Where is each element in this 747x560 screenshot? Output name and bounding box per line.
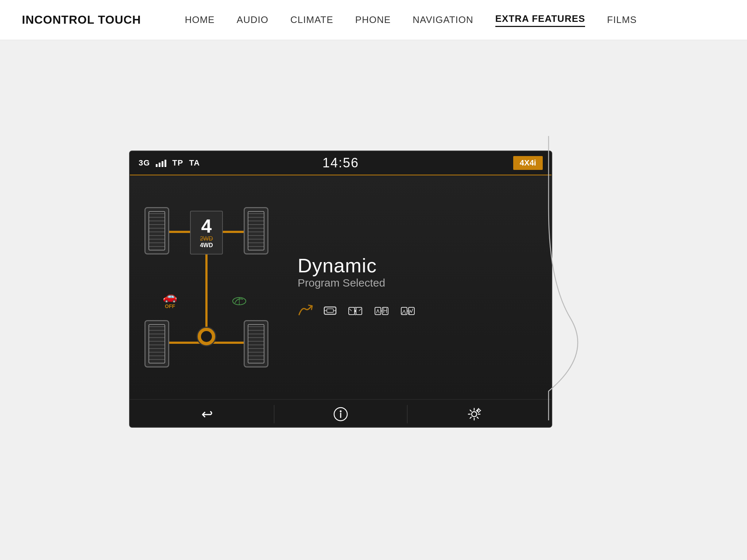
gear-number: 4 bbox=[201, 217, 212, 236]
top-navigation: INCONTROL TOUCH HOME AUDIO CLIMATE PHONE… bbox=[0, 0, 747, 40]
drivetrain-diagram: 4 2WD 4WD 🚗 OFF bbox=[141, 203, 272, 371]
program-icons bbox=[298, 304, 537, 321]
auto-mode-icon[interactable] bbox=[322, 304, 338, 320]
screen-main: 4 2WD 4WD 🚗 OFF bbox=[130, 175, 551, 399]
program-title: Dynamic bbox=[298, 254, 537, 277]
tp-label: TP bbox=[172, 158, 183, 168]
bar2 bbox=[159, 163, 160, 167]
svg-line-10 bbox=[349, 309, 352, 311]
bottom-bar: ↩ bbox=[130, 399, 551, 428]
svg-point-12 bbox=[355, 307, 356, 308]
ta-label: TA bbox=[189, 158, 200, 168]
svg-point-13 bbox=[355, 314, 356, 315]
back-button[interactable]: ↩ bbox=[141, 406, 274, 422]
screen-bezel: 3G TP TA 14:56 4X4i bbox=[129, 151, 552, 428]
tire-front-left bbox=[144, 207, 169, 254]
svg-line-11 bbox=[359, 309, 361, 311]
device-curve bbox=[538, 136, 618, 420]
bar4 bbox=[165, 160, 166, 167]
stability-icon[interactable]: 🚗 OFF bbox=[163, 289, 177, 309]
info-button[interactable] bbox=[274, 407, 407, 422]
eco-sport-icon[interactable] bbox=[232, 296, 247, 309]
dynamic-mode-icon[interactable] bbox=[298, 304, 314, 321]
svg-line-34 bbox=[470, 417, 471, 418]
settings-icon bbox=[466, 406, 482, 422]
svg-rect-3 bbox=[327, 309, 333, 312]
bar1 bbox=[156, 164, 158, 167]
nav-extra-features[interactable]: EXTRA FEATURES bbox=[495, 13, 585, 27]
nav-audio[interactable]: AUDIO bbox=[237, 14, 268, 26]
2wd-label: 2WD bbox=[200, 236, 213, 242]
nav-climate[interactable]: CLIMATE bbox=[290, 14, 333, 26]
stability-off-label: OFF bbox=[163, 303, 177, 309]
differential-icon bbox=[197, 327, 216, 346]
svg-rect-15 bbox=[382, 307, 388, 315]
svg-rect-14 bbox=[375, 307, 381, 315]
svg-point-9 bbox=[354, 310, 356, 312]
gear-display: 4 2WD 4WD bbox=[190, 211, 223, 254]
network-label: 3G bbox=[139, 158, 150, 168]
tire-rear-right bbox=[244, 320, 268, 368]
drivetrain-panel: 4 2WD 4WD 🚗 OFF bbox=[130, 175, 283, 399]
device-frame: 3G TP TA 14:56 4X4i bbox=[129, 121, 618, 479]
4wd-label: 4WD bbox=[200, 242, 213, 249]
brand-title: INCONTROL TOUCH bbox=[22, 13, 141, 27]
status-left: 3G TP TA bbox=[139, 158, 273, 168]
diff-inner bbox=[201, 331, 212, 342]
bar3 bbox=[162, 161, 163, 167]
svg-point-26 bbox=[472, 412, 477, 417]
nav-home[interactable]: HOME bbox=[185, 14, 215, 26]
svg-line-31 bbox=[470, 410, 471, 411]
terrain-mode-icon[interactable] bbox=[373, 304, 390, 321]
info-icon bbox=[333, 407, 348, 422]
nav-phone[interactable]: PHONE bbox=[355, 14, 391, 26]
snow-mode-icon[interactable] bbox=[347, 304, 364, 321]
tire-front-right bbox=[244, 207, 268, 254]
svg-line-32 bbox=[477, 417, 478, 418]
sand-mode-icon[interactable] bbox=[399, 304, 417, 321]
nav-links: HOME AUDIO CLIMATE PHONE NAVIGATION EXTR… bbox=[185, 13, 637, 27]
status-right: 4X4i bbox=[408, 156, 543, 170]
settings-button[interactable] bbox=[407, 406, 541, 422]
nav-navigation[interactable]: NAVIGATION bbox=[413, 14, 473, 26]
svg-point-25 bbox=[340, 410, 342, 412]
signal-bars-icon bbox=[156, 159, 166, 167]
tire-rear-left bbox=[144, 320, 169, 368]
program-panel: Dynamic Program Selected bbox=[283, 175, 551, 399]
main-content: 3G TP TA 14:56 4X4i bbox=[0, 40, 747, 560]
program-subtitle: Program Selected bbox=[298, 277, 537, 289]
time-display: 14:56 bbox=[273, 155, 408, 171]
status-bar: 3G TP TA 14:56 4X4i bbox=[130, 151, 551, 175]
nav-films[interactable]: FILMS bbox=[607, 14, 637, 26]
